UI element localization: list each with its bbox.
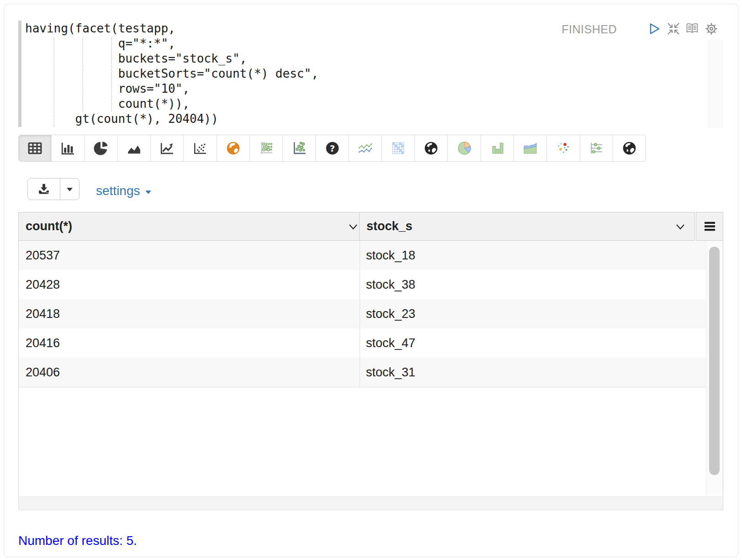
viz-range-slider-button[interactable]: [580, 135, 613, 161]
cell-count: 20416: [19, 328, 360, 358]
caret-down-icon: [66, 185, 74, 193]
viz-help-button[interactable]: ?: [315, 135, 348, 161]
download-options-button[interactable]: [60, 179, 79, 200]
viz-map-orange-button[interactable]: [217, 135, 249, 161]
viz-heatmap-button[interactable]: [382, 135, 414, 161]
caret-down-icon: [144, 188, 152, 196]
column-header-label: stock_s: [366, 219, 413, 233]
cell-count: 20428: [19, 270, 360, 299]
code-line: rows="10",: [25, 81, 190, 96]
table-footer-bar: [18, 497, 723, 510]
viz-scatter-green-button[interactable]: [282, 135, 315, 161]
viz-scatter-chart-button[interactable]: [183, 135, 216, 161]
table-scrollbar-track[interactable]: [706, 241, 723, 496]
chevron-down-icon: [348, 221, 359, 232]
viz-area-chart-button[interactable]: [117, 135, 150, 161]
code-line: having(facet(testapp,: [25, 21, 175, 36]
table-body: 20537 stock_18 20428 stock_38 20418 stoc…: [18, 241, 723, 497]
viz-bar-green-button[interactable]: [481, 135, 514, 161]
download-button[interactable]: [28, 179, 60, 200]
table-row: 20428 stock_38: [19, 270, 707, 300]
code-line: q="*:*",: [25, 36, 175, 51]
visualization-toolbar: ?: [18, 135, 646, 162]
settings-link[interactable]: settings: [96, 184, 152, 198]
viz-pie-colored-button[interactable]: [447, 135, 480, 161]
cell-stock: stock_47: [360, 328, 707, 358]
cell-stock: stock_38: [360, 270, 707, 299]
gear-icon[interactable]: [705, 22, 718, 36]
editor-scrollbar-track[interactable]: [709, 40, 723, 128]
table-row: 20418 stock_23: [19, 299, 707, 329]
book-icon[interactable]: [685, 22, 699, 36]
code-line: bucketSorts="count(*) desc",: [25, 66, 318, 81]
cell-count: 20406: [19, 358, 360, 387]
hamburger-icon: [703, 220, 716, 233]
cell-stock: stock_18: [360, 241, 707, 270]
table-row: 20537 stock_18: [19, 241, 707, 270]
chevron-down-icon: [675, 221, 686, 232]
code-line: gt(count(*), 20404)): [25, 111, 218, 127]
editor-gutter-bar: [18, 21, 21, 127]
column-header-stock[interactable]: stock_s: [359, 212, 695, 241]
viz-dot-cloud-button[interactable]: [546, 135, 579, 161]
viz-line-chart-button[interactable]: [150, 135, 183, 161]
column-header-count[interactable]: count(*): [18, 212, 360, 241]
table-row: 20406 stock_31: [19, 358, 707, 387]
code-line: count(*)),: [25, 96, 190, 111]
cell-count: 20537: [19, 241, 360, 270]
viz-pie-chart-button[interactable]: [85, 135, 117, 161]
viz-globe-dark-button[interactable]: [414, 135, 447, 161]
cell-stock: stock_31: [360, 358, 707, 387]
download-button-group: [27, 178, 80, 200]
table-row: 20416 stock_47: [19, 328, 707, 358]
viz-bar-chart-button[interactable]: [51, 135, 84, 161]
settings-label: settings: [96, 184, 140, 198]
status-badge: FINISHED: [521, 23, 617, 36]
column-header-label: count(*): [26, 219, 72, 233]
code-line: buckets="stock_s",: [25, 51, 247, 66]
play-icon[interactable]: [647, 22, 661, 36]
viz-globe-dark2-button[interactable]: [613, 135, 646, 161]
table-scrollbar-thumb[interactable]: [709, 247, 720, 475]
compress-icon[interactable]: [667, 22, 680, 36]
viz-bubble-grid-button[interactable]: [249, 135, 282, 161]
cell-stock: stock_23: [360, 299, 707, 328]
cell-count: 20418: [19, 299, 360, 328]
svg-text:?: ?: [329, 143, 334, 154]
download-icon: [37, 182, 51, 196]
results-count-text: Number of results: 5.: [18, 534, 137, 548]
table-menu-button[interactable]: [696, 212, 723, 241]
viz-area-colored-button[interactable]: [514, 135, 546, 161]
viz-table-button[interactable]: [19, 135, 51, 161]
viz-multi-line-button[interactable]: [349, 135, 382, 161]
